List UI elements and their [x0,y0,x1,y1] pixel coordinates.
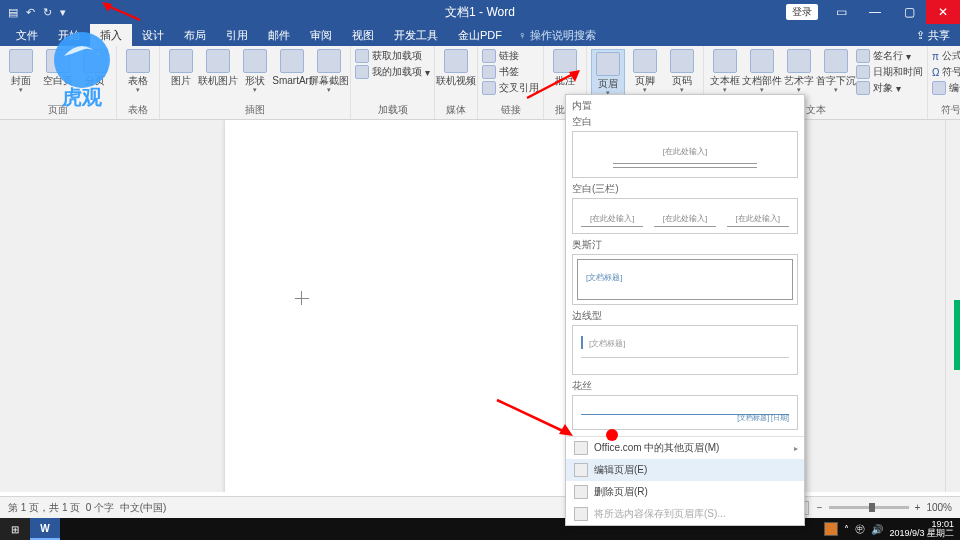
page-number-button[interactable]: 页码▾ [665,49,699,94]
online-video-button[interactable]: 联机视频 [439,49,473,86]
page[interactable] [225,120,565,492]
ribbon-options-icon[interactable]: ▭ [824,0,858,24]
tab-insert[interactable]: 插入 [90,24,132,46]
tab-pdf[interactable]: 金山PDF [448,24,512,46]
cover-page-icon [9,49,33,73]
tab-home[interactable]: 开始 [48,24,90,46]
number-button[interactable]: 编号 [932,81,960,95]
volume-icon[interactable]: 🔊 [871,524,883,535]
link-icon [482,49,496,63]
zoom-control[interactable]: − + 100% [817,502,952,513]
ribbon: 封面▾ 空白页 分页 页面 表格▾ 表格 图片 联机图片 形状▾ SmartAr… [0,46,960,120]
tab-file[interactable]: 文件 [6,24,48,46]
smartart-icon [280,49,304,73]
group-label: 链接 [482,102,539,117]
signature-icon [856,49,870,63]
group-links: 链接 书签 交叉引用 链接 [478,46,544,119]
save-gallery-icon [574,507,588,521]
group-addins: 获取加载项 我的加载项 ▾ 加载项 [351,46,435,119]
tell-me[interactable]: ♀ 操作说明搜索 [518,28,596,43]
remove-icon [574,485,588,499]
online-pictures-icon [206,49,230,73]
datetime-button[interactable]: 日期和时间 [856,65,923,79]
save-to-gallery: 将所选内容保存到页眉库(S)... [566,503,804,525]
symbol-button[interactable]: Ω符号 ▾ [932,65,960,79]
zoom-level[interactable]: 100% [926,502,952,513]
undo-icon[interactable]: ↶ [26,6,35,19]
window-title: 文档1 - Word [445,4,515,21]
redo-icon[interactable]: ↻ [43,6,52,19]
smartart-button[interactable]: SmartArt [275,49,309,86]
share-button[interactable]: ⇪ 共享 [916,28,950,43]
clock[interactable]: 19:01 2019/9/3 星期二 [889,520,956,538]
shapes-button[interactable]: 形状▾ [238,49,272,94]
tab-design[interactable]: 设计 [132,24,174,46]
tab-mailings[interactable]: 邮件 [258,24,300,46]
page-indicator[interactable]: 第 1 页，共 1 页 [8,501,80,515]
gallery-item-blank[interactable]: [在此处输入] [572,131,798,178]
blank-page-button[interactable]: 空白页 [41,49,75,86]
tab-layout[interactable]: 布局 [174,24,216,46]
signature-button[interactable]: 签名行 ▾ [856,49,923,63]
equation-button[interactable]: π公式 ▾ [932,49,960,63]
video-icon [444,49,468,73]
footer-button[interactable]: 页脚▾ [628,49,662,94]
word-count[interactable]: 0 个字 [86,501,114,515]
gallery-menu: Office.com 中的其他页眉(M)▸ 编辑页眉(E) 删除页眉(R) 将所… [566,436,804,525]
dropcap-button[interactable]: 首字下沉▾ [819,49,853,94]
language-indicator[interactable]: 中文(中国) [120,501,167,515]
tray-app-icon[interactable] [824,522,838,536]
pictures-button[interactable]: 图片 [164,49,198,86]
gallery-item-sideline[interactable]: [文档标题] [572,325,798,375]
zoom-slider[interactable] [829,506,909,509]
zoom-in-icon[interactable]: + [915,502,921,513]
quickparts-button[interactable]: 文档部件▾ [745,49,779,94]
group-label: 插图 [164,102,346,117]
table-button[interactable]: 表格▾ [121,49,155,94]
tab-developer[interactable]: 开发工具 [384,24,448,46]
gallery-section-builtin: 内置 [572,99,798,113]
screenshot-button[interactable]: 屏幕截图▾ [312,49,346,94]
my-addins-button[interactable]: 我的加载项 ▾ [355,65,430,79]
header-button[interactable]: 页眉▾ [591,49,625,98]
gallery-item-filigree[interactable]: [文档标题] [日期] [572,395,798,430]
group-pages: 封面▾ 空白页 分页 页面 [0,46,117,119]
get-addins-button[interactable]: 获取加载项 [355,49,430,63]
more-headers-office[interactable]: Office.com 中的其他页眉(M)▸ [566,437,804,459]
page-break-icon [83,49,107,73]
tab-view[interactable]: 视图 [342,24,384,46]
bulb-icon: ♀ [518,29,526,41]
link-button[interactable]: 链接 [482,49,539,63]
document-canvas[interactable] [0,120,960,492]
login-button[interactable]: 登录 [786,4,818,20]
gallery-item-austin[interactable]: [文档标题] [572,254,798,305]
omega-icon: Ω [932,67,939,78]
object-button[interactable]: 对象 ▾ [856,81,923,95]
close-button[interactable]: ✕ [926,0,960,24]
save-icon[interactable]: ▤ [8,6,18,19]
taskbar-word[interactable]: W [30,518,60,540]
minimize-button[interactable]: — [858,0,892,24]
wordart-button[interactable]: 艺术字▾ [782,49,816,94]
chevron-right-icon: ▸ [794,444,798,453]
online-pictures-button[interactable]: 联机图片 [201,49,235,86]
qat-customize-icon[interactable]: ▾ [60,6,66,19]
gallery-item-blank3col[interactable]: [在此处输入] [在此处输入] [在此处输入] [572,198,798,234]
system-tray: ˄ ㊥ 🔊 19:01 2019/9/3 星期二 [824,520,960,538]
edit-header[interactable]: 编辑页眉(E) [566,459,804,481]
ime-icon[interactable]: ㊥ [855,522,865,536]
cover-page-button[interactable]: 封面▾ [4,49,38,94]
tray-chevron-icon[interactable]: ˄ [844,524,849,535]
zoom-out-icon[interactable]: − [817,502,823,513]
tab-references[interactable]: 引用 [216,24,258,46]
textbox-button[interactable]: 文本框▾ [708,49,742,94]
crossref-button[interactable]: 交叉引用 [482,81,539,95]
comment-button[interactable]: 批注 [548,49,582,86]
start-button[interactable]: ⊞ [0,518,30,540]
bookmark-button[interactable]: 书签 [482,65,539,79]
tab-review[interactable]: 审阅 [300,24,342,46]
page-break-button[interactable]: 分页 [78,49,112,86]
remove-header[interactable]: 删除页眉(R) [566,481,804,503]
group-label: 表格 [121,102,155,117]
maximize-button[interactable]: ▢ [892,0,926,24]
